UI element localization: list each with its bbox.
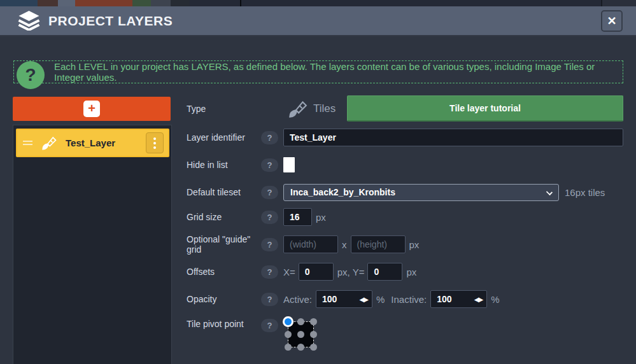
hide-help-icon[interactable]: ? [261,158,278,172]
pivot-dot-middle-left[interactable] [285,331,292,338]
opacity-active-label: Active: [283,294,312,305]
row-hide-in-list: Hide in list ? [187,155,636,174]
strip-segment [0,0,38,6]
info-banner-text: Each LEVEL in your project has LAYERS, a… [54,61,623,83]
dialog-header: PROJECT LAYERS ✕ [0,6,636,36]
row-offsets: Offsets ? X= px, Y= px [187,262,636,281]
pivot-label: Tile pivot point [187,319,261,329]
pivot-dot-top-center[interactable] [297,318,304,325]
tileset-help-icon[interactable]: ? [261,186,278,199]
opacity-active-input[interactable]: 100 ◀▶ [316,290,372,308]
stepper-arrows-icon[interactable]: ◀▶ [474,291,483,307]
tileset-size-note: 16px tiles [565,187,605,198]
pivot-dot-bottom-center[interactable] [297,344,304,351]
offset-y-input[interactable] [367,263,402,281]
opacity-inactive-value: 100 [431,294,451,304]
opacity-label: Opacity [187,294,261,304]
opacity-active-unit: % [376,294,385,305]
grid-help-icon[interactable]: ? [261,211,278,224]
offsets-help-icon[interactable]: ? [261,265,278,279]
background-app-strip [0,0,636,6]
offset-mid-label: px, Y= [337,267,365,277]
row-grid-size: Grid size ? px [187,207,636,227]
type-label: Type [187,104,261,114]
strip-segment [58,0,75,6]
pivot-dot-bottom-right[interactable] [310,344,317,351]
strip-segment [75,0,132,6]
layer-name: Test_Layer [66,137,115,148]
layers-logo-icon [17,11,41,31]
layer-options-kebab-button[interactable] [146,132,164,153]
drag-handle-icon[interactable] [23,139,32,147]
row-type: Type Tiles Tile layer tutorial [187,95,636,122]
row-layer-identifier: Layer identifier ? [187,128,636,147]
layer-identifier-input[interactable] [283,129,623,146]
row-default-tileset: Default tileset ? Inca_back2_by_Kronbits… [187,183,636,202]
pivot-dot-center[interactable] [297,331,304,338]
pivot-dot-bottom-left[interactable] [285,344,292,351]
close-button[interactable]: ✕ [601,10,623,32]
default-tileset-value: Inca_back2_by_Kronbits [290,187,395,197]
tiles-brush-icon [286,98,308,120]
pivot-dot-top-left[interactable] [283,316,293,327]
opacity-inactive-input[interactable]: 100 ◀▶ [430,290,487,308]
opacity-help-icon[interactable]: ? [261,293,278,306]
tile-pivot-widget [283,317,319,353]
identifier-label: Layer identifier [187,132,261,143]
strip-segment [190,0,240,6]
strip-segment [132,0,151,6]
row-opacity: Opacity ? Active: 100 ◀▶ % Inactive: 100… [187,290,636,309]
offsets-unit: px [406,267,416,277]
guide-grid-label: Optional "guide" grid [187,234,261,255]
opacity-active-value: 100 [316,294,337,304]
help-circle-icon: ? [17,61,45,89]
offset-x-prefix: X= [283,267,295,277]
row-tile-pivot: Tile pivot point ? [187,317,636,354]
guide-help-icon[interactable]: ? [261,238,278,251]
dialog-title: PROJECT LAYERS [48,13,173,29]
identifier-help-icon[interactable]: ? [261,131,278,144]
strip-segment [602,0,636,6]
info-banner: Each LEVEL in your project has LAYERS, a… [13,60,623,83]
strip-segment [241,0,601,6]
layer-list-item[interactable]: Test_Layer [16,129,169,157]
guide-unit: px [409,239,420,250]
layers-list-panel: Test_Layer [13,125,172,364]
hide-label: Hide in list [187,160,261,170]
pivot-dot-middle-right[interactable] [310,331,317,338]
grid-size-input[interactable] [283,208,312,226]
plus-icon: + [83,101,100,117]
tile-layer-tutorial-button[interactable]: Tile layer tutorial [347,95,623,122]
chevron-down-icon [546,188,553,195]
tiles-brush-icon [40,134,57,151]
pivot-help-icon[interactable]: ? [261,319,278,332]
guide-separator: x [342,239,347,250]
offsets-label: Offsets [187,267,261,277]
type-value: Tiles [313,102,336,115]
guide-height-input[interactable] [351,235,406,253]
grid-size-unit: px [316,212,326,223]
opacity-inactive-unit: % [491,294,499,305]
hide-in-list-checkbox[interactable] [283,157,295,172]
tileset-label: Default tileset [187,187,261,197]
opacity-inactive-label: Inactive: [391,294,427,305]
guide-width-input[interactable] [283,235,338,253]
add-layer-button[interactable]: + [13,97,171,121]
strip-segment [38,0,58,6]
strip-segment [151,0,171,6]
default-tileset-select[interactable]: Inca_back2_by_Kronbits [283,184,559,201]
strip-segment [171,0,190,6]
row-guide-grid: Optional "guide" grid ? x px [187,235,636,254]
offset-x-input[interactable] [299,263,334,281]
stepper-arrows-icon[interactable]: ◀▶ [360,291,368,307]
grid-size-label: Grid size [187,212,261,222]
pivot-dot-top-right[interactable] [310,318,317,325]
